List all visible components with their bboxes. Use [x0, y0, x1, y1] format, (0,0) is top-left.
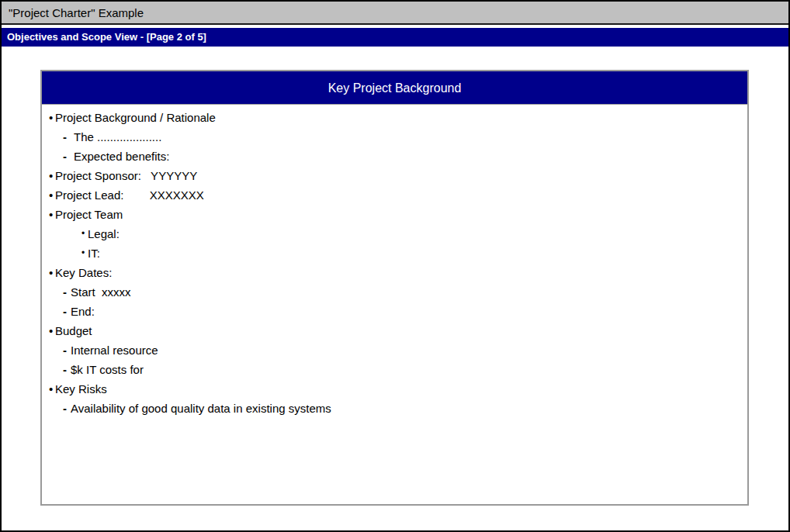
dot-bullet-icon: [49, 166, 53, 185]
list-item: Start xxxxx: [42, 282, 747, 302]
dash-bullet-icon: [63, 360, 67, 379]
dot-bullet-icon: [81, 244, 85, 263]
list-item: Key Dates:: [42, 263, 747, 282]
list-item: Expected benefits:: [42, 147, 747, 166]
list-item: Project Background / Rationale: [42, 108, 747, 127]
list-item-text: Internal resource: [71, 340, 158, 360]
list-item: Availability of good quality data in exi…: [42, 399, 747, 418]
bullet-list: Project Background / RationaleThe ......…: [42, 105, 747, 418]
dash-bullet-icon: [63, 127, 67, 147]
view-header-bar: Objectives and Scope View - [Page 2 of 5…: [2, 28, 788, 47]
view-header-label: Objectives and Scope View - [Page 2 of 5…: [7, 31, 206, 43]
dash-bullet-icon: [63, 399, 67, 418]
list-item-text: Availability of good quality data in exi…: [71, 399, 331, 418]
list-item-text: Project Lead: XXXXXXX: [55, 185, 204, 205]
dot-bullet-icon: [49, 108, 53, 127]
dash-bullet-icon: [63, 282, 67, 302]
list-item: End:: [42, 302, 747, 321]
list-item: Key Risks: [42, 379, 747, 399]
dash-bullet-icon: [63, 340, 67, 360]
list-item-text: Key Dates:: [55, 263, 112, 282]
list-item: $k IT costs for: [42, 360, 747, 379]
list-item-text: IT:: [88, 244, 100, 263]
list-item-text: Budget: [55, 321, 92, 340]
list-item: The ....................: [42, 127, 747, 147]
list-item-text: $k IT costs for: [71, 360, 144, 379]
box-header-title: Key Project Background: [328, 81, 462, 95]
window-title: "Project Charter" Example: [9, 6, 144, 19]
slide-page: "Project Charter" Example Objectives and…: [0, 0, 790, 532]
dot-bullet-icon: [49, 263, 53, 282]
list-item-text: End:: [71, 302, 95, 321]
dash-bullet-icon: [63, 147, 67, 166]
list-item-text: Project Team: [55, 205, 123, 224]
list-item: Project Lead: XXXXXXX: [42, 185, 747, 205]
dot-bullet-icon: [81, 224, 85, 244]
list-item: Project Team: [42, 205, 747, 224]
list-item: Internal resource: [42, 340, 747, 360]
list-item: IT:: [42, 244, 747, 263]
list-item: Project Sponsor: YYYYYY: [42, 166, 747, 185]
box-header: Key Project Background: [42, 71, 747, 105]
key-project-background-box: Key Project Background Project Backgroun…: [40, 70, 749, 506]
dot-bullet-icon: [49, 321, 53, 340]
dot-bullet-icon: [49, 379, 53, 399]
window-title-bar: "Project Charter" Example: [2, 2, 788, 25]
dot-bullet-icon: [49, 185, 53, 205]
list-item-text: The ....................: [74, 127, 161, 147]
list-item-text: Start xxxxx: [71, 282, 131, 302]
list-item-text: Legal:: [88, 224, 120, 244]
list-item-text: Expected benefits:: [74, 147, 169, 166]
list-item: Legal:: [42, 224, 747, 244]
dot-bullet-icon: [49, 205, 53, 224]
list-item-text: Key Risks: [55, 379, 107, 399]
list-item-text: Project Sponsor: YYYYYY: [55, 166, 197, 185]
list-item-text: Project Background / Rationale: [55, 108, 216, 127]
list-item: Budget: [42, 321, 747, 340]
dash-bullet-icon: [63, 302, 67, 321]
